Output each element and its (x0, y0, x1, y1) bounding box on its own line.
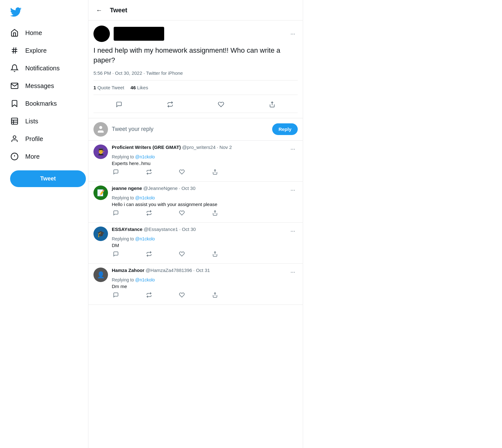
reply-date: · Oct 30 (179, 227, 196, 232)
sidebar-item-notifications-label: Notifications (25, 65, 60, 72)
tweet-more-button[interactable]: ··· (288, 29, 298, 38)
reply-avatar-reply4: 👤 (93, 268, 108, 282)
reply-name: Proficient Writers (GRE GMAT) (112, 144, 181, 150)
tweet-action-bar (93, 96, 298, 113)
reply-more-button[interactable]: ··· (288, 227, 298, 236)
tweet-author-avatar (93, 26, 110, 42)
quote-tweet-stat[interactable]: 1 Quote Tweet (93, 85, 124, 90)
reply-input[interactable]: Tweet your reply (112, 126, 268, 133)
reply-text: DM (112, 242, 298, 249)
sidebar-item-notifications[interactable]: Notifications (5, 59, 65, 77)
reply-header: Hamza Zahoor @HamzaZa47881396 · Oct 31 ·… (112, 268, 298, 277)
reply-user-info: jeanne ngene @JeanneNgene · Oct 30 (112, 186, 195, 191)
reply-user-info: Hamza Zahoor @HamzaZa47881396 · Oct 31 (112, 268, 210, 273)
profile-icon (10, 134, 19, 143)
notifications-icon (10, 64, 19, 73)
reply-content-reply3: ESSAYstance @Essaystance1 · Oct 30 ··· R… (112, 227, 298, 260)
tweet-stats: 1 Quote Tweet 46 Likes (93, 80, 298, 95)
reply-more-button[interactable]: ··· (288, 144, 298, 154)
sidebar-item-lists[interactable]: Lists (5, 112, 65, 130)
likes-stat[interactable]: 46 Likes (130, 85, 148, 90)
reply-share-action[interactable] (211, 209, 219, 219)
reply-submit-button[interactable]: Reply (272, 123, 298, 135)
reply-header: jeanne ngene @JeanneNgene · Oct 30 ··· (112, 186, 298, 195)
replying-to: Replying to @n1ckolo (112, 195, 298, 200)
home-icon (10, 28, 19, 37)
reply-header: ESSAYstance @Essaystance1 · Oct 30 ··· (112, 227, 298, 236)
reply-like-action[interactable] (178, 250, 186, 260)
like-label: Likes (137, 85, 148, 90)
reply-like-action[interactable] (178, 168, 186, 178)
sidebar-item-more-label: More (25, 153, 40, 160)
svg-point-13 (99, 126, 102, 129)
reply-comment-action[interactable] (112, 250, 120, 260)
reply-text: Dm me (112, 283, 298, 290)
sidebar-item-lists-label: Lists (25, 118, 38, 125)
replying-to-link[interactable]: @n1ckolo (135, 236, 155, 241)
tweet-button[interactable]: Tweet (10, 170, 86, 187)
tweet-text: I need help with my homework assignment!… (93, 46, 298, 65)
reply-like-action[interactable] (178, 209, 186, 219)
quote-count: 1 (93, 85, 96, 90)
reply-like-action[interactable] (178, 291, 186, 301)
reply-avatar-reply2: 📝 (93, 186, 108, 200)
sidebar-item-more[interactable]: More (5, 148, 65, 165)
reply-retweet-action[interactable] (145, 250, 153, 260)
replying-to-link[interactable]: @n1ckolo (135, 277, 155, 282)
reply-tweet: 👨‍🎓 Proficient Writers (GRE GMAT) @pro_w… (88, 141, 303, 182)
twitter-logo[interactable] (5, 3, 27, 23)
reply-input-row: Tweet your reply Reply (88, 118, 303, 141)
sidebar-item-profile-label: Profile (25, 135, 43, 143)
reply-handle: @Essaystance1 (144, 227, 178, 232)
reply-user-info: Proficient Writers (GRE GMAT) @pro_write… (112, 144, 232, 150)
tweet-author-row: ··· (93, 26, 298, 42)
messages-icon (10, 81, 19, 90)
back-button[interactable]: ← (93, 4, 105, 16)
reply-name: Hamza Zahoor (112, 268, 144, 273)
comment-action[interactable] (111, 99, 127, 110)
sidebar-item-messages[interactable]: Messages (5, 77, 65, 95)
sidebar-item-explore[interactable]: Explore (5, 42, 65, 59)
reply-retweet-action[interactable] (145, 291, 153, 301)
current-user-avatar (93, 122, 108, 137)
more-icon (10, 152, 19, 161)
share-action[interactable] (264, 99, 280, 110)
like-action[interactable] (213, 99, 229, 110)
sidebar-item-bookmarks-label: Bookmarks (25, 100, 57, 107)
reply-avatar-reply1: 👨‍🎓 (93, 144, 108, 159)
reply-share-action[interactable] (211, 168, 219, 178)
retweet-action[interactable] (162, 99, 178, 110)
sidebar-item-bookmarks[interactable]: Bookmarks (5, 95, 65, 112)
sidebar: HomeExploreNotificationsMessagesBookmark… (0, 0, 88, 448)
replying-to-link[interactable]: @n1ckolo (135, 195, 155, 200)
reply-name: ESSAYstance (112, 227, 142, 232)
reply-date: · Oct 30 (179, 186, 196, 191)
reply-more-button[interactable]: ··· (288, 186, 298, 195)
reply-name: jeanne ngene (112, 186, 142, 191)
replying-to-link[interactable]: @n1ckolo (135, 154, 155, 159)
reply-tweet: 📝 jeanne ngene @JeanneNgene · Oct 30 ···… (88, 182, 303, 223)
sidebar-item-profile[interactable]: Profile (5, 130, 65, 148)
nav-items: HomeExploreNotificationsMessagesBookmark… (5, 24, 65, 165)
reply-actions (112, 209, 219, 219)
reply-text: Hello i can assist you with your assignm… (112, 201, 298, 208)
reply-comment-action[interactable] (112, 168, 120, 178)
reply-comment-action[interactable] (112, 291, 120, 301)
sidebar-item-messages-label: Messages (25, 82, 54, 90)
reply-avatar-reply3: 🎓 (93, 227, 108, 241)
sidebar-item-home[interactable]: Home (5, 24, 65, 42)
reply-share-action[interactable] (211, 291, 219, 301)
reply-more-button[interactable]: ··· (288, 268, 298, 277)
reply-share-action[interactable] (211, 250, 219, 260)
svg-point-8 (13, 136, 16, 139)
lists-icon (10, 117, 19, 126)
sidebar-item-home-label: Home (25, 29, 42, 37)
replying-to: Replying to @n1ckolo (112, 277, 298, 282)
svg-rect-4 (11, 118, 18, 124)
reply-retweet-action[interactable] (145, 168, 153, 178)
reply-retweet-action[interactable] (145, 209, 153, 219)
reply-comment-action[interactable] (112, 209, 120, 219)
reply-header: Proficient Writers (GRE GMAT) @pro_write… (112, 144, 298, 154)
tweet-author-name-redacted (114, 27, 164, 41)
reply-content-reply4: Hamza Zahoor @HamzaZa47881396 · Oct 31 ·… (112, 268, 298, 301)
